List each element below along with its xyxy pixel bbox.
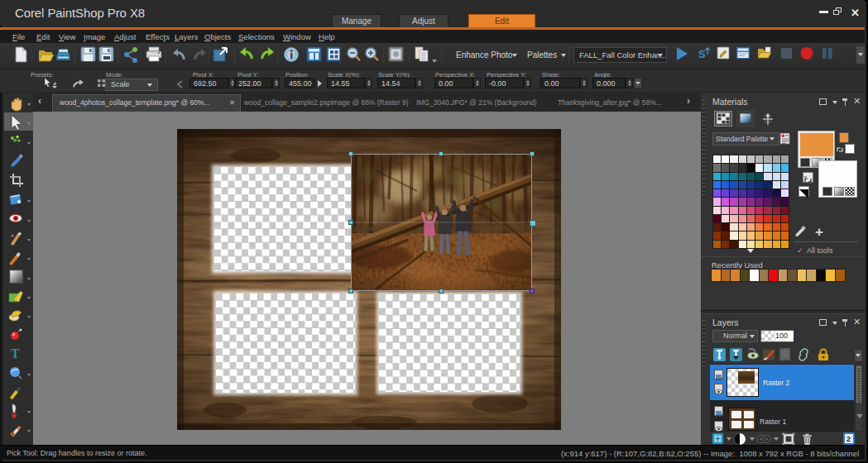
svg-text:T: T: [11, 346, 20, 360]
svg-text:S: S: [698, 48, 706, 60]
svg-text:2: 2: [846, 435, 851, 443]
